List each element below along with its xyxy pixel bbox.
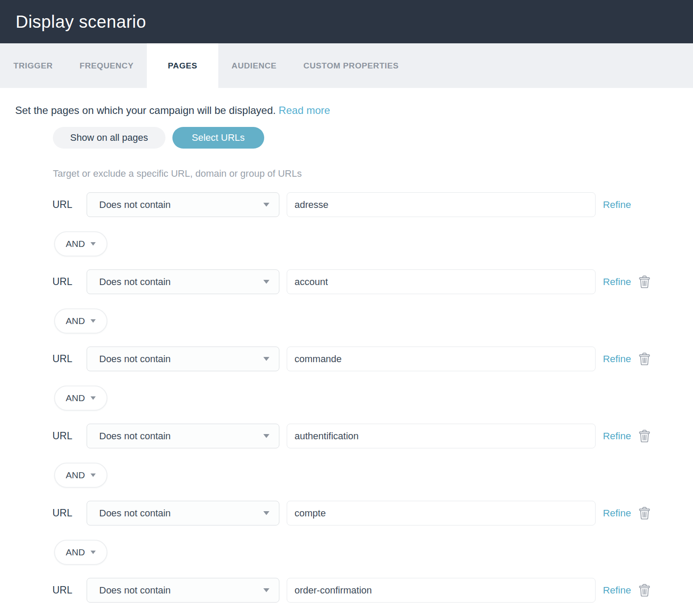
chevron-down-icon	[263, 511, 269, 515]
operator-dropdown[interactable]: Does not contain	[87, 578, 279, 603]
intro: Set the pages on which your campaign wil…	[15, 104, 693, 117]
trash-icon	[639, 584, 650, 597]
chevron-down-icon	[263, 434, 269, 438]
operator-dropdown[interactable]: Does not contain	[87, 347, 279, 371]
operator-value: Does not contain	[99, 585, 171, 596]
pages-panel: Set the pages on which your campaign wil…	[0, 88, 693, 603]
read-more-link[interactable]: Read more	[278, 104, 330, 116]
chevron-down-icon	[263, 357, 269, 361]
operator-dropdown[interactable]: Does not contain	[87, 192, 279, 217]
refine-link[interactable]: Refine	[603, 276, 631, 288]
operator-value: Does not contain	[99, 431, 171, 442]
chevron-down-icon	[91, 473, 96, 477]
and-connector-label: AND	[66, 547, 85, 558]
tab-bar: TRIGGERFREQUENCYPAGESAUDIENCECUSTOM PROP…	[0, 43, 693, 88]
intro-text: Set the pages on which your campaign wil…	[15, 104, 276, 116]
url-field-label: URL	[52, 353, 87, 365]
refine-link[interactable]: Refine	[603, 353, 631, 365]
and-connector-label: AND	[66, 470, 85, 480]
tab-frequency[interactable]: FREQUENCY	[66, 43, 147, 88]
operator-dropdown[interactable]: Does not contain	[87, 269, 279, 294]
url-rule-row: URL Does not contain Refine	[52, 269, 693, 294]
and-connector-dropdown[interactable]: AND	[54, 308, 107, 334]
url-field-label: URL	[52, 507, 87, 519]
and-connector-label: AND	[66, 393, 85, 403]
url-value-input[interactable]	[287, 501, 596, 525]
delete-button[interactable]	[639, 430, 650, 443]
url-rule-row: URL Does not contain Refine	[52, 192, 693, 217]
refine-link[interactable]: Refine	[603, 431, 631, 442]
trash-icon	[639, 507, 650, 520]
url-rule-row: URL Does not contain Refine	[52, 501, 693, 525]
url-rule-row: URL Does not contain Refine	[52, 424, 693, 448]
tab-custom-properties[interactable]: CUSTOM PROPERTIES	[290, 43, 412, 88]
url-field-label: URL	[52, 430, 87, 442]
operator-value: Does not contain	[99, 199, 171, 211]
delete-button[interactable]	[639, 507, 650, 520]
chevron-down-icon	[263, 588, 269, 592]
window-header: Display scenario	[0, 0, 693, 43]
url-rule-row: URL Does not contain Refine	[52, 578, 693, 603]
url-field-label: URL	[52, 199, 87, 211]
and-connector-dropdown[interactable]: AND	[54, 463, 107, 488]
operator-dropdown[interactable]: Does not contain	[87, 424, 279, 448]
chevron-down-icon	[263, 203, 269, 207]
tab-audience[interactable]: AUDIENCE	[218, 43, 290, 88]
url-value-input[interactable]	[287, 269, 596, 294]
refine-link[interactable]: Refine	[603, 508, 631, 519]
helper-text: Target or exclude a specific URL, domain…	[53, 168, 693, 179]
url-field-label: URL	[52, 276, 87, 288]
chevron-down-icon	[91, 242, 96, 246]
chevron-down-icon	[91, 396, 96, 400]
chevron-down-icon	[91, 319, 96, 323]
refine-link[interactable]: Refine	[603, 199, 631, 211]
trash-icon	[639, 353, 650, 366]
operator-value: Does not contain	[99, 508, 171, 519]
delete-button[interactable]	[639, 353, 650, 366]
url-rule-row: URL Does not contain Refine	[52, 347, 693, 371]
and-connector-label: AND	[66, 316, 85, 326]
tab-pages[interactable]: PAGES	[147, 43, 218, 88]
operator-value: Does not contain	[99, 353, 171, 365]
show-all-pages-button[interactable]: Show on all pages	[53, 127, 165, 149]
url-value-input[interactable]	[287, 347, 596, 371]
select-urls-button[interactable]: Select URLs	[172, 127, 264, 149]
refine-link[interactable]: Refine	[603, 585, 631, 596]
page-title: Display scenario	[16, 12, 146, 32]
delete-button[interactable]	[639, 584, 650, 597]
trash-icon	[639, 276, 650, 289]
delete-button[interactable]	[639, 276, 650, 289]
operator-dropdown[interactable]: Does not contain	[87, 501, 279, 525]
tab-trigger[interactable]: TRIGGER	[0, 43, 66, 88]
url-value-input[interactable]	[287, 578, 596, 603]
url-rules-list: URL Does not contain Refine AND URL Does…	[52, 192, 693, 603]
and-connector-dropdown[interactable]: AND	[54, 231, 107, 256]
and-connector-dropdown[interactable]: AND	[54, 386, 107, 411]
url-value-input[interactable]	[287, 424, 596, 448]
chevron-down-icon	[263, 280, 269, 284]
display-mode-toggle: Show on all pages Select URLs	[53, 127, 693, 149]
chevron-down-icon	[91, 551, 96, 554]
url-value-input[interactable]	[287, 192, 596, 217]
operator-value: Does not contain	[99, 276, 171, 288]
url-field-label: URL	[52, 584, 87, 596]
and-connector-dropdown[interactable]: AND	[54, 540, 107, 565]
and-connector-label: AND	[66, 239, 85, 249]
trash-icon	[639, 430, 650, 443]
